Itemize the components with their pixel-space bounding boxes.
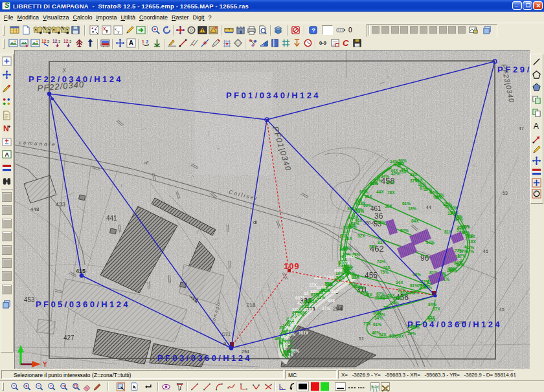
svg-text:1X: 1X — [288, 353, 294, 357]
svg-text:74%: 74% — [377, 259, 385, 264]
svg-text:C: C — [343, 38, 349, 48]
svg-text:44: 44 — [426, 205, 431, 210]
svg-text:37%: 37% — [322, 306, 330, 310]
svg-text:0-9: 0-9 — [319, 40, 326, 46]
svg-text:12: 12 — [63, 39, 69, 43]
svg-text:!: ! — [201, 28, 203, 32]
svg-text:89%: 89% — [356, 208, 364, 212]
svg-text:57%: 57% — [459, 249, 468, 254]
svg-text:2: 2 — [146, 39, 149, 44]
svg-text:427: 427 — [63, 334, 74, 342]
svg-text:4X: 4X — [283, 344, 289, 349]
svg-text:61%: 61% — [402, 201, 411, 206]
svg-text:di: di — [253, 219, 257, 225]
svg-text:92%: 92% — [374, 179, 382, 183]
svg-text:57X: 57X — [369, 245, 377, 249]
svg-text:75%: 75% — [380, 270, 389, 274]
svg-text:63%: 63% — [343, 225, 352, 230]
svg-text:25X: 25X — [375, 296, 383, 300]
svg-text:78X: 78X — [387, 190, 395, 195]
svg-text:47: 47 — [519, 126, 524, 131]
svg-text:95X: 95X — [427, 315, 435, 320]
svg-text:58X: 58X — [389, 334, 397, 338]
svg-text:52%: 52% — [400, 228, 409, 233]
svg-text:62%: 62% — [359, 190, 368, 194]
svg-text:34%: 34% — [374, 316, 383, 320]
svg-text:59%: 59% — [407, 331, 416, 336]
svg-text:338: 338 — [306, 307, 313, 312]
svg-text:338: 338 — [328, 298, 335, 303]
svg-text:87X: 87X — [420, 186, 427, 190]
svg-text:92%: 92% — [377, 220, 385, 224]
svg-text:a: a — [223, 340, 227, 346]
svg-text:84X: 84X — [411, 219, 419, 223]
svg-text:71%: 71% — [334, 278, 342, 283]
svg-text:0Z: 0Z — [304, 291, 309, 296]
svg-text:1ZX: 1ZX — [309, 283, 317, 287]
svg-text:36: 36 — [374, 212, 383, 221]
svg-text:?: ? — [13, 384, 15, 388]
svg-text:448: 448 — [30, 206, 40, 212]
svg-text:52X: 52X — [357, 234, 365, 238]
svg-text:Y: Y — [43, 361, 47, 368]
svg-text:101X: 101X — [299, 331, 309, 335]
svg-text:A: A — [5, 151, 9, 158]
svg-text:69%: 69% — [363, 203, 372, 208]
svg-text:17%: 17% — [436, 193, 444, 197]
svg-text:1: 1 — [142, 39, 144, 44]
svg-text:33%: 33% — [310, 289, 319, 294]
svg-text:18%: 18% — [293, 312, 302, 317]
svg-text:44X: 44X — [376, 190, 384, 194]
svg-text:74X: 74X — [383, 265, 391, 270]
svg-text::5: :5 — [47, 39, 50, 43]
svg-text:433: 433 — [56, 201, 65, 208]
svg-text:453: 453 — [24, 296, 35, 303]
svg-text:441: 441 — [106, 215, 117, 222]
svg-text:68X: 68X — [397, 161, 405, 166]
svg-text:57%: 57% — [426, 240, 435, 245]
svg-text:29X: 29X — [284, 325, 292, 330]
svg-text:di: di — [144, 160, 148, 166]
svg-text:84%: 84% — [428, 302, 436, 307]
svg-text:18%: 18% — [418, 182, 426, 186]
svg-text:45: 45 — [483, 249, 488, 254]
svg-text:33X: 33X — [410, 172, 418, 177]
svg-text:D71: D71 — [222, 332, 231, 336]
svg-text:4Z0: 4Z0 — [297, 301, 305, 305]
svg-text:98%: 98% — [357, 285, 366, 290]
svg-text:85%: 85% — [457, 225, 466, 230]
svg-text:415: 415 — [76, 268, 85, 274]
svg-text:40X: 40X — [288, 317, 296, 321]
svg-text:12: 12 — [41, 39, 47, 43]
svg-text:53: 53 — [503, 191, 508, 195]
svg-text:?: ? — [50, 384, 52, 388]
svg-text:24%: 24% — [391, 301, 399, 305]
svg-text:?: ? — [312, 27, 315, 34]
svg-text:218: 218 — [247, 302, 256, 308]
svg-text:96X: 96X — [365, 194, 372, 199]
svg-text:81X: 81X — [451, 210, 459, 215]
svg-text:14X: 14X — [396, 280, 403, 285]
svg-text:107X: 107X — [340, 261, 350, 265]
svg-text:A: A — [534, 122, 539, 131]
svg-text:0332: 0332 — [295, 296, 305, 300]
svg-text:13X: 13X — [468, 239, 476, 244]
svg-text:57X: 57X — [433, 307, 440, 311]
svg-text:23X: 23X — [399, 169, 407, 174]
svg-text:109: 109 — [284, 261, 300, 271]
svg-text:18%: 18% — [408, 206, 416, 211]
svg-text:46%: 46% — [372, 331, 380, 335]
svg-text::3: :3 — [58, 39, 61, 43]
svg-text:224: 224 — [333, 305, 343, 312]
svg-text:77X: 77X — [363, 321, 371, 326]
svg-text:21X: 21X — [331, 289, 339, 294]
svg-text:N: N — [3, 124, 9, 133]
svg-text:88%: 88% — [360, 290, 368, 295]
svg-text:93%: 93% — [334, 268, 343, 273]
svg-text:y: y — [118, 30, 120, 34]
svg-text::3: :3 — [69, 39, 72, 43]
svg-text:109X: 109X — [345, 254, 356, 259]
svg-text:A: A — [129, 39, 134, 47]
svg-text:38X: 38X — [385, 204, 392, 208]
svg-text:81X: 81X — [387, 180, 394, 185]
